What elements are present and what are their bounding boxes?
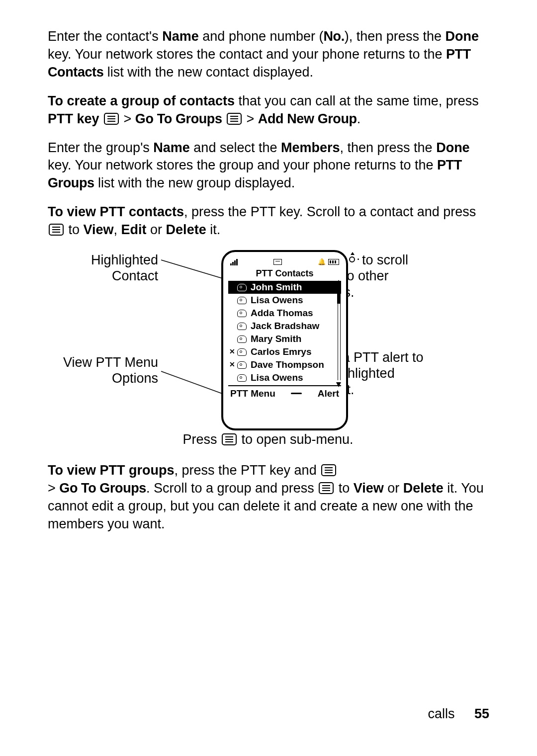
text: that you can call at the same time, pres…	[235, 93, 479, 108]
text: and select the	[190, 140, 281, 155]
ptt-contact-icon	[237, 348, 247, 356]
status-left	[230, 259, 238, 265]
scrollbar	[336, 280, 341, 387]
bold-name: Name	[162, 29, 199, 44]
page-number: 55	[474, 706, 489, 721]
contact-name: Adda Thomas	[251, 307, 313, 319]
contact-name: Carlos Emrys	[251, 345, 312, 358]
phone-frame: 🔔 PTT Contacts John SmithLisa OwensAdda …	[221, 250, 348, 430]
contact-row: Adda Thomas	[228, 307, 341, 320]
contact-list: John SmithLisa OwensAdda ThomasJack Brad…	[228, 281, 341, 384]
bold-done: Done	[436, 140, 470, 155]
contact-name: Jack Bradshaw	[251, 320, 319, 332]
menu-key-icon	[319, 482, 334, 494]
bold-edit: Edit	[121, 222, 147, 237]
text: . Scroll to a group and press	[146, 481, 318, 496]
text: list with the new group displayed.	[94, 175, 295, 190]
text: or	[147, 222, 166, 237]
text: Enter the contact's	[48, 29, 162, 44]
text: list with the new contact displayed.	[103, 65, 313, 80]
ptt-contact-icon	[237, 323, 247, 330]
svg-line-1	[161, 371, 224, 394]
status-x-icon: ✕	[229, 349, 235, 355]
text: key. Your network stores the group and y…	[48, 158, 437, 172]
softkey-left: PTT Menu	[230, 387, 275, 400]
menu-key-icon	[49, 224, 64, 236]
para-view-contacts: To view PTT contacts, press the PTT key.…	[48, 203, 489, 239]
svg-line-0	[161, 260, 231, 281]
para-create-group: To create a group of contacts that you c…	[48, 92, 489, 128]
bold-view: View	[84, 222, 114, 237]
bold-name: Name	[153, 140, 190, 155]
text: .	[357, 111, 361, 126]
ptt-contacts-diagram: Highlighted Contact View PTT Menu Option…	[48, 250, 489, 454]
contact-name: Lisa Owens	[251, 371, 303, 384]
text: , press the PTT key and	[175, 463, 321, 478]
contact-row: Lisa Owens	[228, 294, 341, 307]
callout-submenu: Press to open sub-menu.	[161, 431, 375, 447]
bold-goto-groups: Go To Groups	[59, 481, 146, 496]
contact-row: Jack Bradshaw	[228, 320, 341, 333]
ptt-contact-icon	[237, 361, 247, 369]
ptt-contact-icon	[237, 297, 247, 304]
status-bar: 🔔	[228, 257, 341, 267]
contact-row: Lisa Owens	[228, 371, 341, 384]
status-x-icon: ✕	[229, 362, 235, 368]
ptt-contact-icon	[237, 374, 247, 382]
contact-row: ✕Dave Thompson	[228, 358, 341, 371]
text: >	[48, 481, 59, 496]
menu-key-icon	[222, 433, 237, 445]
bold-add-new-group: Add New Group	[258, 111, 357, 126]
text: to	[65, 222, 84, 237]
text: , press the PTT key. Scroll to a contact…	[184, 204, 476, 219]
bold-delete: Delete	[166, 222, 206, 237]
para-enter-group: Enter the group's Name and select the Me…	[48, 139, 489, 193]
softkey-right: Alert	[318, 387, 339, 400]
bold-view-ptt-groups: To view PTT groups	[48, 463, 175, 478]
bold-view: View	[354, 481, 384, 496]
page-footer: calls 55	[428, 705, 489, 723]
softkey-bar: PTT Menu Alert	[228, 386, 341, 400]
bold-no: No.	[324, 29, 345, 44]
bold-members: Members	[281, 140, 340, 155]
text: ,	[114, 222, 121, 237]
bell-icon: 🔔	[318, 257, 326, 266]
contact-row: Mary Smith	[228, 333, 341, 345]
ptt-contact-icon	[237, 310, 247, 317]
bold-ptt-key: PTT key	[48, 111, 99, 126]
battery-icon	[328, 259, 339, 265]
text: and phone number (	[199, 29, 324, 44]
bold-view-ptt-contacts: To view PTT contacts	[48, 204, 184, 219]
callout-view-ptt-menu: View PTT Menu Options	[48, 354, 158, 387]
text: >	[124, 111, 135, 126]
softkey-menu-icon	[291, 392, 302, 395]
ptt-contact-icon	[237, 336, 247, 343]
manual-page: Enter the contact's Name and phone numbe…	[0, 0, 537, 756]
text: , then press the	[340, 140, 437, 155]
text: >	[247, 111, 258, 126]
menu-key-icon	[321, 464, 336, 476]
signal-icon	[230, 259, 238, 265]
text: it.	[206, 222, 221, 237]
phone-screen: 🔔 PTT Contacts John SmithLisa OwensAdda …	[228, 257, 341, 402]
text: key. Your network stores the contact and…	[48, 47, 446, 62]
contact-name: Lisa Owens	[251, 294, 303, 306]
status-right: 🔔	[318, 257, 339, 266]
text: to	[335, 481, 354, 496]
text: or	[384, 481, 403, 496]
text: ), then press the	[345, 29, 446, 44]
bold-goto-groups: Go To Groups	[135, 111, 222, 126]
menu-key-icon	[104, 113, 119, 125]
bold-done: Done	[445, 29, 479, 44]
section-name: calls	[428, 706, 454, 721]
message-icon	[273, 259, 282, 265]
menu-key-icon	[227, 113, 242, 125]
ptt-contact-icon	[237, 284, 247, 291]
screen-title: PTT Contacts	[228, 267, 341, 281]
para-view-groups: To view PTT groups, press the PTT key an…	[48, 462, 489, 533]
text: Enter the group's	[48, 140, 153, 155]
bold-create-group: To create a group of contacts	[48, 93, 235, 108]
contact-name: Mary Smith	[251, 333, 301, 345]
contact-name: John Smith	[251, 281, 302, 293]
bold-delete: Delete	[403, 481, 444, 496]
